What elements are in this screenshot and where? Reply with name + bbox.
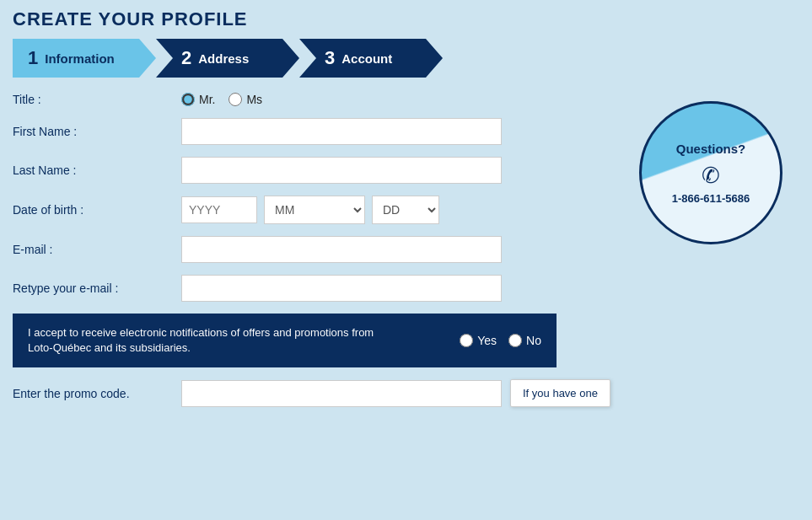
page-wrapper: CREATE YOUR PROFILE 1 Information 2 Addr… (0, 0, 812, 424)
dob-field: MMJanuaryFebruaryMarchAprilMayJuneJulyAu… (181, 196, 622, 224)
notification-text: I accept to receive electronic notificat… (28, 325, 382, 356)
title-field: Mr. Ms (181, 93, 622, 106)
step-1-number: 1 (28, 47, 38, 69)
first-name-field (181, 118, 622, 145)
last-name-row: Last Name : (13, 157, 622, 184)
title-ms-option[interactable]: Ms (229, 93, 262, 106)
email-label: E-mail : (13, 243, 181, 256)
questions-phone: 1-866-611-5686 (672, 192, 750, 205)
notification-yes-option[interactable]: Yes (460, 334, 497, 347)
phone-icon: ✆ (702, 163, 720, 189)
title-mr-label: Mr. (199, 93, 215, 106)
email-field-wrapper (181, 236, 622, 263)
last-name-label: Last Name : (13, 164, 181, 177)
email-row: E-mail : (13, 236, 622, 263)
dob-year-input[interactable] (181, 196, 257, 223)
notification-no-label: No (526, 334, 541, 347)
notification-no-option[interactable]: No (508, 334, 541, 347)
step-3[interactable]: 3 Account (299, 39, 443, 78)
dob-day-select[interactable]: DD12345678910111213141516171819202122232… (372, 196, 439, 224)
title-ms-label: Ms (246, 93, 262, 106)
stepper: 1 Information 2 Address 3 Account (13, 39, 799, 78)
promo-row: Enter the promo code. If you have one (13, 379, 622, 407)
questions-label: Questions? (676, 142, 746, 156)
promo-tooltip: If you have one (510, 379, 610, 407)
notification-yes-label: Yes (477, 334, 497, 347)
title-label: Title : (13, 93, 181, 106)
promo-label: Enter the promo code. (13, 387, 181, 400)
last-name-field (181, 157, 622, 184)
questions-bubble: Questions? ✆ 1-866-611-5686 (639, 101, 782, 244)
page-title: CREATE YOUR PROFILE (13, 8, 799, 30)
title-row: Title : Mr. Ms (13, 93, 622, 106)
form-side: Questions? ✆ 1-866-611-5686 (639, 93, 799, 415)
step-2[interactable]: 2 Address (156, 39, 299, 78)
notification-no-radio[interactable] (508, 334, 522, 347)
form-main: Title : Mr. Ms First Name : (13, 93, 622, 415)
step-2-number: 2 (181, 47, 191, 69)
title-mr-option[interactable]: Mr. (181, 93, 215, 106)
last-name-input[interactable] (181, 157, 502, 184)
title-ms-radio[interactable] (229, 93, 242, 106)
dob-label: Date of birth : (13, 203, 181, 217)
step-1[interactable]: 1 Information (13, 39, 156, 78)
form-area: Title : Mr. Ms First Name : (13, 93, 799, 415)
retype-email-label: Retype your e-mail : (13, 281, 181, 295)
first-name-input[interactable] (181, 118, 502, 145)
dob-row: Date of birth : MMJanuaryFebruaryMarchAp… (13, 196, 622, 224)
step-3-number: 3 (325, 47, 335, 69)
retype-email-input[interactable] (181, 275, 502, 302)
notification-banner: I accept to receive electronic notificat… (13, 314, 557, 367)
dob-month-select[interactable]: MMJanuaryFebruaryMarchAprilMayJuneJulyAu… (264, 196, 365, 224)
retype-email-field (181, 275, 622, 302)
title-mr-radio[interactable] (181, 93, 195, 106)
step-1-label: Information (45, 51, 115, 66)
email-input[interactable] (181, 236, 502, 263)
step-2-label: Address (198, 51, 249, 66)
notification-radios: Yes No (460, 334, 541, 347)
first-name-row: First Name : (13, 118, 622, 145)
promo-field: If you have one (181, 379, 622, 407)
notification-yes-radio[interactable] (460, 334, 473, 347)
first-name-label: First Name : (13, 125, 181, 138)
step-3-label: Account (341, 51, 392, 66)
retype-email-row: Retype your e-mail : (13, 275, 622, 302)
promo-input[interactable] (181, 380, 502, 407)
